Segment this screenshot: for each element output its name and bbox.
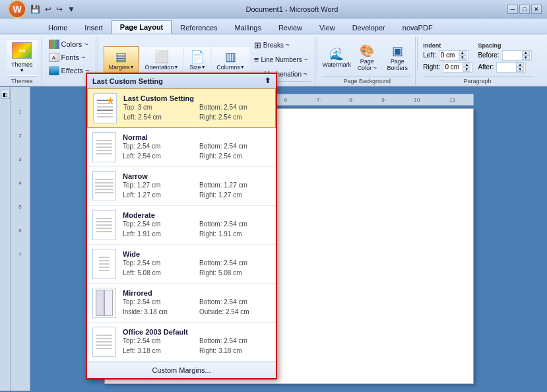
paragraph-group: Indent Left: 0 cm ▲ ▼ Right: 0 cm — [419, 37, 535, 86]
watermark-button[interactable]: 🌊 Watermark — [323, 46, 350, 69]
spacing-before-spinner[interactable]: ▲ ▼ — [522, 51, 530, 60]
spacing-after-spinner[interactable]: ▲ ▼ — [516, 63, 524, 72]
spacing-label: Spacing — [478, 42, 531, 49]
tab-home[interactable]: Home — [40, 21, 76, 34]
margin-info-last-custom: Last Custom Setting Top: 3 cm Bottom: 2.… — [123, 94, 270, 122]
close-button[interactable]: ✕ — [531, 5, 542, 14]
indent-left-input[interactable]: 0 cm ▲ ▼ — [439, 50, 468, 61]
indent-right-spinner[interactable]: ▲ ▼ — [463, 63, 470, 72]
page-borders-label: Page Borders — [385, 58, 410, 71]
thumb-lines-wide — [98, 255, 111, 273]
themes-button[interactable]: Aa Themes ▼ — [7, 39, 38, 76]
effects-button[interactable]: Effects ~ — [46, 65, 92, 77]
save-button[interactable]: 💾 — [29, 5, 42, 14]
separator-1 — [98, 37, 98, 70]
thumb-lines-narrow — [94, 177, 115, 195]
page-background-group: 🌊 Watermark 🎨 Page Color ~ ▣ Page Border… — [319, 37, 416, 86]
page-color-label: Page Color ~ — [354, 58, 379, 71]
custom-margins-button[interactable]: Custom Margins... — [87, 362, 276, 378]
tab-developer[interactable]: Developer — [344, 21, 394, 34]
margin-item-mirrored[interactable]: Mirrored Top: 2.54 cm Bottom: 2.54 cm In… — [87, 284, 276, 323]
indent-right-up[interactable]: ▲ — [463, 63, 470, 67]
paragraph-group-label: Paragraph — [423, 76, 531, 84]
margin-item-narrow[interactable]: Narrow Top: 1.27 cm Bottom: 1.27 cm Left… — [87, 167, 276, 206]
margin-title-1: Normal — [123, 133, 271, 141]
margin-info-office2003: Office 2003 Default Top: 2.54 cm Bottom:… — [123, 328, 271, 356]
spacing-after-label: After: — [478, 63, 494, 71]
margin-item-moderate[interactable]: Moderate Top: 2.54 cm Bottom: 2.54 cm Le… — [87, 206, 276, 245]
indent-right-down[interactable]: ▼ — [463, 67, 470, 72]
indent-column: Indent Left: 0 cm ▲ ▼ Right: 0 cm — [423, 42, 472, 73]
separator-2 — [317, 37, 317, 70]
tab-page-layout[interactable]: Page Layout — [112, 20, 172, 34]
spacing-before-input[interactable]: ▲ ▼ — [502, 50, 532, 61]
watermark-icon: 🌊 — [329, 47, 344, 61]
margin-item-normal[interactable]: Normal Top: 2.54 cm Bottom: 2.54 cm Left… — [87, 128, 276, 167]
view-toggle-button[interactable]: ◧ — [1, 90, 10, 99]
margins-button[interactable]: ▤ Margins▼ — [104, 46, 139, 74]
margin-title-6: Office 2003 Default — [123, 328, 271, 336]
size-button[interactable]: 📄 Size▼ — [184, 46, 210, 74]
minimize-button[interactable]: ─ — [507, 5, 518, 14]
orientation-button[interactable]: ⬜ Orientation▼ — [140, 46, 183, 74]
themes-arrow-icon: ▼ — [20, 68, 24, 73]
margin-thumb-moderate — [92, 210, 116, 240]
undo-button[interactable]: ↩ — [44, 5, 53, 14]
spacing-before-row: Before: ▲ ▼ — [478, 50, 531, 61]
margin-info-moderate: Moderate Top: 2.54 cm Bottom: 2.54 cm Le… — [123, 211, 271, 239]
spacing-after-row: After: ▲ ▼ — [478, 62, 531, 73]
tab-insert[interactable]: Insert — [76, 21, 112, 34]
page-color-button[interactable]: 🎨 Page Color ~ — [353, 42, 381, 73]
themes-label: Themes — [11, 61, 33, 68]
columns-button[interactable]: ▥ Columns▼ — [212, 46, 249, 74]
indent-left-label: Left: — [423, 51, 435, 59]
ruler-mark-2: 2 — [18, 124, 21, 148]
maximize-button[interactable]: □ — [519, 5, 530, 14]
indent-left-up[interactable]: ▲ — [459, 51, 467, 55]
ruler-mark-3: 3 — [18, 148, 21, 172]
margin-title-4: Wide — [123, 250, 271, 258]
margin-item-wide[interactable]: Wide Top: 2.54 cm Bottom: 2.54 cm Left: … — [87, 245, 276, 284]
indent-spacing-controls: Indent Left: 0 cm ▲ ▼ Right: 0 cm — [423, 38, 531, 76]
tab-mailings[interactable]: Mailings — [226, 21, 270, 34]
margin-item-office2003[interactable]: Office 2003 Default Top: 2.54 cm Bottom:… — [87, 323, 276, 362]
title-bar: W 💾 ↩ ↪ ▼ Document1 - Microsoft Word ─ □… — [0, 0, 547, 18]
window-controls: ─ □ ✕ — [507, 5, 542, 14]
margin-thumb-office2003 — [92, 327, 116, 357]
quick-access-dropdown[interactable]: ▼ — [66, 5, 77, 14]
thumb-lines-office2003 — [95, 333, 113, 351]
breaks-button[interactable]: ⊞ Breaks ~ — [251, 38, 311, 52]
fonts-button[interactable]: A Fonts ~ — [46, 51, 92, 63]
tab-novapdf[interactable]: novaPDF — [394, 21, 441, 34]
margin-details-6: Top: 2.54 cm Bottom: 2.54 cm Left: 3.18 … — [123, 336, 271, 356]
office-button[interactable]: W — [8, 0, 26, 18]
tab-view[interactable]: View — [311, 21, 344, 34]
ribbon-tab-bar: Home Insert Page Layout References Maili… — [0, 18, 547, 34]
indent-left-down[interactable]: ▼ — [459, 55, 467, 60]
tab-references[interactable]: References — [172, 21, 226, 34]
tab-review[interactable]: Review — [270, 21, 311, 34]
fonts-icon: A — [49, 53, 59, 62]
spacing-before-up[interactable]: ▲ — [522, 51, 530, 55]
ruler-mark-6: 6 — [18, 219, 21, 243]
spacing-after-up[interactable]: ▲ — [516, 63, 524, 67]
line-numbers-button[interactable]: ≡ Line Numbers ~ — [251, 53, 311, 67]
dropdown-header-label: Last Custom Setting — [92, 77, 163, 85]
colors-button[interactable]: Colors ~ — [46, 38, 92, 50]
line-numbers-label: Line Numbers ~ — [261, 56, 307, 63]
spacing-after-input[interactable]: ▲ ▼ — [496, 62, 526, 73]
spacing-after-down[interactable]: ▼ — [516, 67, 524, 72]
spacing-before-down[interactable]: ▼ — [522, 55, 530, 60]
margin-details-2: Top: 1.27 cm Bottom: 1.27 cm Left: 1.27 … — [123, 180, 271, 200]
margin-item-last-custom[interactable]: ★ Last Custom Setting Top: 3 cm Bottom: … — [87, 88, 276, 128]
page-background-controls: 🌊 Watermark 🎨 Page Color ~ ▣ Page Border… — [323, 38, 411, 76]
indent-right-input[interactable]: 0 cm ▲ ▼ — [443, 62, 472, 73]
margin-info-normal: Normal Top: 2.54 cm Bottom: 2.54 cm Left… — [123, 133, 271, 161]
page-borders-button[interactable]: ▣ Page Borders — [383, 42, 411, 73]
indent-left-spinner[interactable]: ▲ ▼ — [459, 51, 467, 60]
window-title: Document1 - Microsoft Word — [77, 5, 507, 13]
themes-group-label: Themes — [7, 76, 38, 84]
page-borders-icon: ▣ — [392, 44, 403, 58]
redo-button[interactable]: ↪ — [55, 5, 64, 14]
margin-details-4: Top: 2.54 cm Bottom: 2.54 cm Left: 5.08 … — [123, 258, 271, 278]
